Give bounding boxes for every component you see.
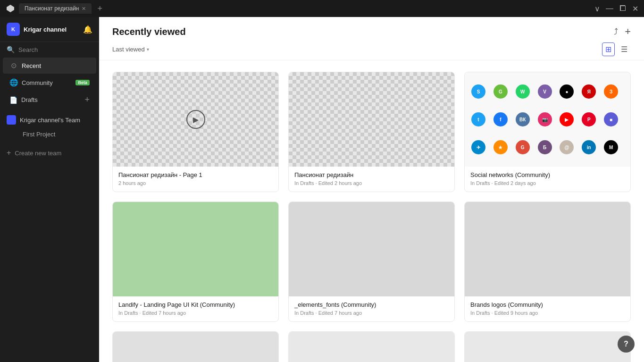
social-icon: ВК (516, 112, 530, 126)
chevron-down-icon[interactable]: ∨ (594, 4, 600, 13)
help-button[interactable]: ? (618, 336, 635, 353)
maximize-button[interactable]: ⧠ (619, 4, 627, 13)
add-icon[interactable]: + (625, 25, 631, 38)
app-logo (6, 4, 15, 13)
card-title: Social networks (Community) (470, 171, 625, 178)
card-thumbnail (113, 332, 278, 362)
card-2[interactable]: Пансионат редизайн In Drafts · Edited 2 … (288, 72, 455, 192)
active-tab[interactable]: Пансионат редизайн ✕ (19, 3, 92, 14)
list-view-button[interactable]: ☰ (618, 42, 631, 56)
social-icon: t (471, 112, 485, 126)
card-thumbnail (289, 72, 454, 167)
card-thumbnail: SGWV●ЯЗtfВК📷▶P■✈★GБ@inM (465, 72, 630, 167)
card-title: _elements_fonts (Community) (294, 301, 449, 308)
card-meta: In Drafts · Edited 2 hours ago (294, 180, 449, 186)
social-icon: f (493, 112, 508, 126)
community-icon: 🌐 (9, 78, 18, 87)
beta-badge: Beta (75, 80, 90, 85)
share-icon[interactable]: ⤴ (614, 27, 618, 37)
card-6[interactable]: Brands logos (Community) In Drafts · Edi… (464, 202, 631, 322)
sidebar-item-label: Community (22, 79, 53, 86)
card-9[interactable] (464, 331, 631, 362)
card-thumbnail (289, 332, 454, 362)
social-icon: Я (582, 84, 596, 99)
card-1[interactable]: ▶ Пансионат редизайн - Page 1 2 hours ag… (112, 72, 279, 192)
sidebar-item-drafts[interactable]: 📄 Drafts + (3, 92, 96, 108)
recent-icon: ⊙ (9, 61, 18, 70)
social-icon: З (604, 84, 618, 99)
app-body: K Krigar channel 🔔 🔍 Search ⊙ Recent 🌐 C… (0, 17, 644, 362)
filter-label: Last viewed (112, 46, 145, 53)
card-info: _elements_fonts (Community) In Drafts · … (289, 296, 454, 321)
close-button[interactable]: ✕ (632, 4, 638, 13)
search-label: Search (18, 46, 38, 53)
add-tab-button[interactable]: + (97, 4, 102, 14)
social-icon: ✈ (471, 140, 485, 154)
chevron-down-icon: ▾ (147, 47, 149, 52)
card-meta: 2 hours ago (118, 180, 273, 186)
card-meta: In Drafts · Edited 7 hours ago (118, 310, 273, 316)
sidebar-header: K Krigar channel 🔔 (0, 17, 99, 42)
card-7[interactable] (112, 331, 279, 362)
sidebar: K Krigar channel 🔔 🔍 Search ⊙ Recent 🌐 C… (0, 17, 99, 362)
add-draft-icon[interactable]: + (84, 95, 90, 105)
cards-grid: ▶ Пансионат редизайн - Page 1 2 hours ag… (99, 60, 644, 362)
team-name: Krigar channel's Team (20, 117, 80, 124)
card-title: Пансионат редизайн - Page 1 (118, 171, 273, 178)
titlebar: Пансионат редизайн ✕ + ∨ — ⧠ ✕ (0, 0, 644, 17)
create-team-label: Create new team (15, 150, 61, 157)
sidebar-item-first-project[interactable]: First Project (3, 128, 96, 141)
card-title: Пансионат редизайн (294, 171, 449, 178)
social-icon: ● (560, 84, 574, 99)
play-button[interactable]: ▶ (186, 110, 205, 129)
social-icon: G (493, 84, 508, 99)
search-item[interactable]: 🔍 Search (0, 42, 99, 57)
social-icon: P (582, 112, 596, 126)
team-section: Krigar channel's Team First Project (0, 112, 99, 141)
team-color (7, 115, 16, 125)
team-header: Krigar channel's Team (0, 112, 99, 127)
social-icon: ■ (604, 112, 618, 126)
grid-view-button[interactable]: ⊞ (602, 42, 615, 56)
drafts-icon: 📄 (9, 96, 17, 104)
social-icon: G (516, 140, 530, 154)
sidebar-item-community[interactable]: 🌐 Community Beta (3, 75, 96, 91)
bell-icon[interactable]: 🔔 (83, 25, 92, 34)
header-actions: ⤴ + (614, 25, 631, 38)
card-meta: In Drafts · Edited 2 days ago (470, 180, 625, 186)
social-icon: ★ (493, 140, 508, 154)
close-tab-icon[interactable]: ✕ (82, 6, 86, 12)
project-label: First Project (23, 131, 55, 138)
social-icon: Б (538, 140, 552, 154)
help-label: ? (624, 340, 628, 348)
social-icon: @ (560, 140, 574, 154)
sidebar-item-label: Recent (22, 62, 41, 69)
card-meta: In Drafts · Edited 7 hours ago (294, 310, 449, 316)
card-8[interactable] (288, 331, 455, 362)
card-thumbnail (289, 202, 454, 296)
main-content: Recently viewed ⤴ + Last viewed ▾ ⊞ ☰ ▶ (99, 17, 644, 362)
sidebar-item-recent[interactable]: ⊙ Recent (3, 58, 96, 74)
tab-title: Пансионат редизайн (25, 5, 79, 12)
card-thumbnail (113, 202, 278, 296)
social-icon: ▶ (560, 112, 574, 126)
card-4[interactable]: Landify - Landing Page UI Kit (Community… (112, 202, 279, 322)
card-info: Пансионат редизайн In Drafts · Edited 2 … (289, 167, 454, 192)
filter-dropdown[interactable]: Last viewed ▾ (112, 46, 149, 53)
social-icon: M (604, 140, 618, 154)
create-team-button[interactable]: + Create new team (0, 145, 99, 161)
minimize-button[interactable]: — (606, 4, 613, 13)
social-icon: S (471, 84, 485, 99)
social-icon: in (582, 140, 596, 154)
card-info: Пансионат редизайн - Page 1 2 hours ago (113, 167, 278, 192)
social-icon: W (516, 84, 530, 99)
search-icon: 🔍 (7, 46, 15, 53)
card-title: Brands logos (Community) (470, 301, 625, 308)
card-thumbnail (465, 332, 630, 362)
channel-name: Krigar channel (24, 26, 79, 33)
card-3[interactable]: SGWV●ЯЗtfВК📷▶P■✈★GБ@inM Social networks … (464, 72, 631, 192)
social-icon: V (538, 84, 552, 99)
card-info: Social networks (Community) In Drafts · … (465, 167, 630, 192)
window-controls: ∨ — ⧠ ✕ (594, 4, 638, 13)
card-5[interactable]: _elements_fonts (Community) In Drafts · … (288, 202, 455, 322)
